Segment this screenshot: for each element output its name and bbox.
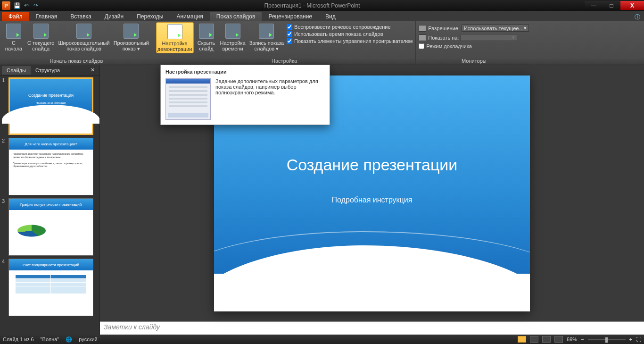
monitor-icon: [419, 25, 426, 32]
slide-thumb-3[interactable]: График популярности презентаций: [8, 198, 93, 256]
tab-home[interactable]: Главная: [29, 12, 64, 21]
panel-tab-outline[interactable]: Структура: [31, 66, 65, 75]
status-slide-counter: Слайд 1 из 6: [3, 336, 34, 342]
slide-thumb-1[interactable]: Создание презентации Подробная инструкци…: [8, 77, 93, 135]
group-start-slideshow: С начала С текущего слайда Широковещател…: [0, 21, 153, 65]
show-on-dropdown[interactable]: ▾: [461, 34, 517, 41]
thumb-number: 4: [2, 259, 7, 316]
tab-file[interactable]: Файл: [2, 12, 29, 21]
slides-panel: Слайды Структура ✕ 1 Создание презентаци…: [0, 65, 100, 335]
slide-thumb-4[interactable]: Рост популярности презентаций: [8, 259, 93, 316]
record-icon: [259, 24, 274, 39]
thumb-row-4: 4 Рост популярности презентаций: [2, 259, 98, 316]
group-setup: Настройка демонстрации Скрыть слайд Наст…: [153, 21, 416, 65]
slide-title[interactable]: Создание презентации: [214, 156, 530, 174]
view-slideshow-button[interactable]: [554, 336, 563, 343]
resolution-row: Разрешение: Использовать текущее…▾: [419, 24, 529, 32]
minimize-button[interactable]: —: [585, 1, 603, 10]
zoom-in-button[interactable]: +: [629, 336, 632, 342]
chevron-down-icon: ▾: [512, 34, 515, 41]
undo-icon[interactable]: ↶: [23, 2, 30, 9]
tooltip-preview-icon: [165, 78, 211, 120]
slide-thumb-2[interactable]: Для чего нужна презентация? Презентация …: [8, 138, 93, 195]
chk-timings[interactable]: Использовать время показа слайдов: [287, 31, 413, 37]
ribbon: С начала С текущего слайда Широковещател…: [0, 21, 644, 65]
monitor2-icon: [419, 34, 426, 41]
title-bar: P 💾 ↶ ↷ Презентация1 - Microsoft PowerPo…: [0, 0, 644, 11]
panel-close-icon[interactable]: ✕: [88, 67, 98, 73]
thumbnails: 1 Создание презентации Подробная инструк…: [0, 76, 99, 335]
tab-view[interactable]: Вид: [319, 12, 342, 21]
panel-tabs: Слайды Структура ✕: [0, 65, 99, 76]
thumb-row-2: 2 Для чего нужна презентация? Презентаци…: [2, 138, 98, 195]
help-icon[interactable]: ⓘ: [635, 13, 640, 21]
tab-slideshow[interactable]: Показ слайдов: [210, 12, 262, 21]
table-mini: [16, 275, 86, 294]
clock-icon: [225, 24, 240, 39]
setup-show-button[interactable]: Настройка демонстрации: [156, 22, 194, 53]
tab-transitions[interactable]: Переходы: [130, 12, 170, 21]
chk-narration[interactable]: Воспроизвести речевое сопровождение: [287, 24, 413, 30]
ribbon-tabs: Файл Главная Вставка Дизайн Переходы Ани…: [0, 11, 644, 21]
show-on-row: Показать на: ▾: [419, 34, 529, 42]
thumb-row-1: 1 Создание презентации Подробная инструк…: [2, 77, 98, 135]
play-current-icon: [33, 24, 49, 39]
tab-insert[interactable]: Вставка: [64, 12, 98, 21]
group-monitors-label: Мониторы: [419, 58, 529, 65]
hide-slide-icon: [199, 24, 214, 39]
status-bar: Слайд 1 из 6 "Волна" 🌐 русский 69% − + ⛶: [0, 335, 644, 344]
rehearse-button[interactable]: Настройка времени: [219, 22, 247, 52]
broadcast-button[interactable]: Широковещательный показ слайдов: [57, 22, 110, 52]
thumb-number: 1: [2, 77, 7, 135]
hide-slide-button[interactable]: Скрыть слайд: [196, 22, 217, 52]
group-setup-label: Настройка: [156, 58, 413, 65]
custom-show-button[interactable]: Произвольный показ ▾: [113, 22, 150, 52]
view-sorter-button[interactable]: [530, 336, 538, 343]
tab-animations[interactable]: Анимация: [170, 12, 209, 21]
view-normal-button[interactable]: [518, 336, 526, 343]
zoom-slider[interactable]: [588, 339, 626, 340]
screen-tip: Настройка презентации Задание дополнител…: [160, 65, 330, 125]
tab-design[interactable]: Дизайн: [98, 12, 130, 21]
setup-icon: [167, 24, 182, 39]
record-button[interactable]: Запись показа слайдов ▾: [248, 22, 285, 52]
chevron-down-icon: ▾: [524, 25, 527, 31]
play-icon: [6, 24, 21, 39]
tab-review[interactable]: Рецензирование: [262, 12, 319, 21]
quick-access-toolbar: 💾 ↶ ↷: [13, 2, 40, 9]
zoom-out-button[interactable]: −: [581, 336, 584, 342]
panel-tab-slides[interactable]: Слайды: [2, 66, 31, 75]
zoom-value[interactable]: 69%: [567, 336, 577, 342]
redo-icon[interactable]: ↷: [32, 2, 40, 9]
view-reading-button[interactable]: [542, 336, 551, 343]
app-icon: P: [2, 1, 10, 10]
slide-subtitle[interactable]: Подробная инструкция: [214, 196, 530, 204]
broadcast-icon: [76, 24, 91, 39]
group-monitors: Разрешение: Использовать текущее…▾ Показ…: [416, 21, 532, 65]
group-start-label: Начать показ слайдов: [3, 58, 150, 65]
tooltip-title: Настройка презентации: [161, 65, 330, 76]
language-icon[interactable]: 🌐: [66, 336, 72, 343]
maximize-button[interactable]: □: [603, 1, 620, 10]
close-button[interactable]: X: [620, 1, 644, 10]
resolution-dropdown[interactable]: Использовать текущее…▾: [462, 25, 529, 32]
pie-chart-icon: [17, 225, 46, 236]
window-controls: — □ X: [585, 1, 644, 10]
notes-pane[interactable]: Заметки к слайду: [100, 321, 644, 335]
fit-window-button[interactable]: ⛶: [636, 336, 641, 342]
from-beginning-button[interactable]: С начала: [3, 22, 25, 52]
tooltip-body: Задание дополнительных параметров для по…: [215, 78, 325, 120]
window-title: Презентация1 - Microsoft PowerPoint: [40, 2, 585, 9]
from-current-button[interactable]: С текущего слайда: [26, 22, 55, 52]
status-theme: "Волна": [41, 336, 59, 342]
save-icon[interactable]: 💾: [13, 2, 21, 9]
thumb-row-3: 3 График популярности презентаций: [2, 198, 98, 256]
chk-presenter[interactable]: Режим докладчика: [419, 43, 529, 50]
thumb-number: 2: [2, 138, 7, 195]
setup-checkboxes: Воспроизвести речевое сопровождение Испо…: [287, 22, 413, 44]
chk-controls[interactable]: Показать элементы управления проигрывате…: [287, 38, 413, 44]
status-language[interactable]: русский: [79, 336, 97, 342]
thumb-number: 3: [2, 198, 7, 256]
custom-show-icon: [124, 24, 139, 39]
